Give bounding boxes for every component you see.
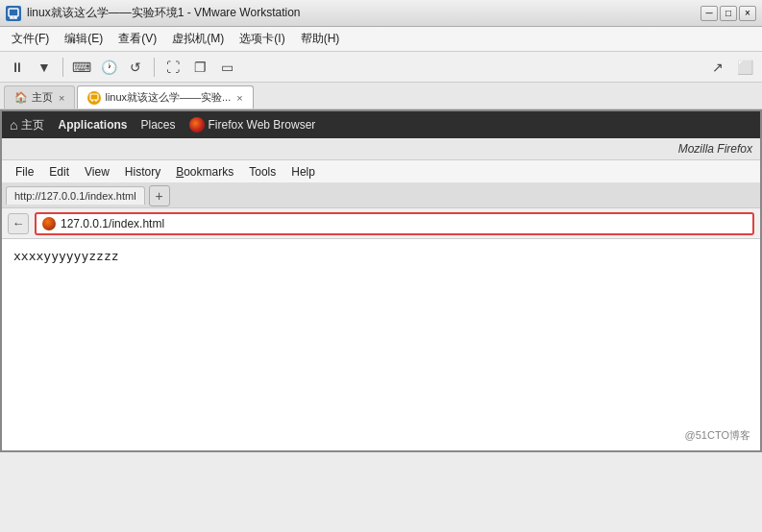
menu-help[interactable]: 帮助(H) xyxy=(293,28,348,50)
window-title: linux就该这么学——实验环境1 - VMware Workstation xyxy=(27,5,701,21)
vmware-titlebar: linux就该这么学——实验环境1 - VMware Workstation ─… xyxy=(0,0,762,27)
ff-menu-file[interactable]: File xyxy=(10,163,39,181)
firefox-tab-url: http://127.0.0.1/index.html xyxy=(14,190,136,202)
toolbar-separator-1 xyxy=(62,58,63,77)
ff-menu-view[interactable]: View xyxy=(79,163,115,181)
menu-tabs[interactable]: 选项卡(I) xyxy=(232,28,292,50)
menu-vm[interactable]: 虚拟机(M) xyxy=(164,28,232,50)
firefox-tab-bar: http://127.0.0.1/index.html + xyxy=(2,183,760,208)
firefox-url-box[interactable]: 127.0.0.1/index.html xyxy=(35,212,754,235)
minimize-button[interactable]: ─ xyxy=(701,6,718,21)
firefox-window-title: Mozilla Firefox xyxy=(678,142,752,156)
firefox-header: Mozilla Firefox xyxy=(2,138,760,160)
menu-file[interactable]: 文件(F) xyxy=(4,28,57,50)
send-ctrl-alt-del-button[interactable]: ⌨ xyxy=(70,56,93,79)
firefox-icon xyxy=(189,117,205,133)
vmware-menubar: 文件(F) 编辑(E) 查看(V) 虚拟机(M) 选项卡(I) 帮助(H) xyxy=(0,27,762,52)
ff-menu-bookmarks[interactable]: Bookmarks xyxy=(170,163,239,181)
ff-menu-history[interactable]: History xyxy=(119,163,166,181)
firefox-tab-1[interactable]: http://127.0.0.1/index.html xyxy=(6,186,145,205)
right-toolbar-btn[interactable]: ↗ xyxy=(706,56,729,79)
firefox-url-icon xyxy=(42,217,56,230)
home-tab-icon: 🏠 xyxy=(14,91,28,104)
vm-content-area: ⌂ 主页 Applications Places Firefox Web Bro… xyxy=(0,109,762,452)
window-controls: ─ □ × xyxy=(701,6,756,21)
menu-edit[interactable]: 编辑(E) xyxy=(57,28,111,50)
svg-rect-0 xyxy=(9,9,18,16)
firefox-back-button[interactable]: ← xyxy=(8,213,29,234)
menu-view[interactable]: 查看(V) xyxy=(111,28,164,50)
gnome-firefox-label: Firefox Web Browser xyxy=(209,118,316,132)
vm-tab[interactable]: linux就该这么学——实验... × xyxy=(77,85,253,109)
firefox-content-area: xxxxyyyyyyzzzz xyxy=(2,239,760,450)
gnome-home-label: 主页 xyxy=(21,117,44,133)
close-button[interactable]: × xyxy=(739,6,756,21)
gnome-applications-button[interactable]: Applications xyxy=(58,118,127,132)
vm-tab-icon xyxy=(87,91,101,105)
watermark: @51CTO博客 xyxy=(685,428,750,443)
revert-button[interactable]: ↺ xyxy=(124,56,147,79)
firefox-menubar: File Edit View History Bookmarks Tools H… xyxy=(2,160,760,183)
window-button[interactable]: ▭ xyxy=(215,56,238,79)
toolbar-separator-2 xyxy=(154,58,155,77)
gnome-topbar: ⌂ 主页 Applications Places Firefox Web Bro… xyxy=(2,111,760,138)
firefox-add-tab-button[interactable]: + xyxy=(149,185,170,206)
vmware-tabs: 🏠 主页 × linux就该这么学——实验... × xyxy=(0,83,762,109)
unity-button[interactable]: ❐ xyxy=(188,56,211,79)
home-icon: ⌂ xyxy=(10,117,17,133)
home-tab-close[interactable]: × xyxy=(59,92,64,104)
home-tab[interactable]: 🏠 主页 × xyxy=(4,85,75,109)
vm-tab-close[interactable]: × xyxy=(236,92,242,104)
pause-button[interactable]: ⏸ xyxy=(6,56,29,79)
ff-menu-edit[interactable]: Edit xyxy=(43,163,75,181)
vmware-toolbar: ⏸ ▼ ⌨ 🕐 ↺ ⛶ ❐ ▭ ↗ ⬜ xyxy=(0,52,762,83)
ff-menu-tools[interactable]: Tools xyxy=(243,163,282,181)
svg-rect-4 xyxy=(90,94,98,100)
vm-tab-label: linux就该这么学——实验... xyxy=(105,90,231,105)
gnome-home-button[interactable]: ⌂ 主页 xyxy=(10,117,44,133)
vmware-icon xyxy=(6,6,21,21)
gnome-places-button[interactable]: Places xyxy=(140,118,175,132)
gnome-app-menu: ⌂ 主页 Applications Places Firefox Web Bro… xyxy=(10,117,315,133)
fullscreen-button[interactable]: ⛶ xyxy=(161,56,184,79)
firefox-window: Mozilla Firefox File Edit View History B… xyxy=(2,138,760,450)
snapshot-button[interactable]: 🕐 xyxy=(97,56,120,79)
home-tab-label: 主页 xyxy=(32,90,53,105)
maximize-button[interactable]: □ xyxy=(720,6,737,21)
resize-button[interactable]: ⬜ xyxy=(733,56,756,79)
toolbar-dropdown[interactable]: ▼ xyxy=(33,56,56,79)
page-content-text: xxxxyyyyyyzzzz xyxy=(13,249,119,263)
ff-menu-help[interactable]: Help xyxy=(285,163,321,181)
firefox-url-text: 127.0.0.1/index.html xyxy=(61,217,164,230)
firefox-urlbar-area: ← 127.0.0.1/index.html xyxy=(2,208,760,239)
gnome-firefox-button[interactable]: Firefox Web Browser xyxy=(189,117,316,133)
